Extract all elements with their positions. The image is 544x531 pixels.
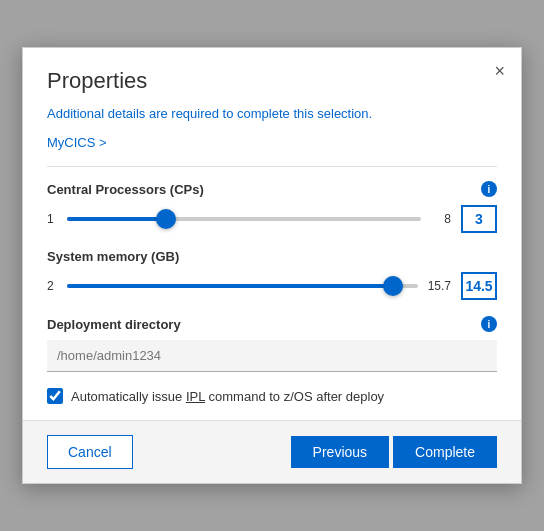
memory-slider-min: 2	[47, 279, 57, 293]
directory-info-icon[interactable]: i	[481, 316, 497, 332]
cpu-slider-wrapper[interactable]	[67, 209, 421, 229]
dialog-header: Properties × Additional details are requ…	[23, 48, 521, 121]
cpu-info-icon[interactable]: i	[481, 181, 497, 197]
cpu-slider-fill	[67, 217, 166, 221]
cpu-slider-value: 3	[461, 205, 497, 233]
dialog-footer: Cancel Previous Complete	[23, 420, 521, 483]
memory-field-label: System memory (GB)	[47, 249, 497, 264]
previous-button[interactable]: Previous	[291, 436, 389, 468]
close-button[interactable]: ×	[494, 62, 505, 80]
memory-slider-max: 15.7	[428, 279, 451, 293]
directory-label-text: Deployment directory	[47, 317, 181, 332]
memory-slider-wrapper[interactable]	[67, 276, 418, 296]
dialog-body: MyCICS > Central Processors (CPs) i 1	[23, 135, 521, 420]
cancel-button[interactable]: Cancel	[47, 435, 133, 469]
dialog-overlay: Properties × Additional details are requ…	[0, 0, 544, 531]
memory-label-text: System memory (GB)	[47, 249, 179, 264]
memory-field-section: System memory (GB) 2 15.7 14.5	[47, 249, 497, 300]
ipl-checkbox-row: Automatically issue IPL command to z/OS …	[47, 388, 497, 404]
complete-button[interactable]: Complete	[393, 436, 497, 468]
cpu-slider-min: 1	[47, 212, 57, 226]
cpu-field-label: Central Processors (CPs) i	[47, 181, 497, 197]
properties-dialog: Properties × Additional details are requ…	[22, 47, 522, 484]
breadcrumb[interactable]: MyCICS >	[47, 135, 497, 150]
memory-slider-thumb[interactable]	[383, 276, 403, 296]
cpu-slider-thumb[interactable]	[156, 209, 176, 229]
cpu-slider-track	[67, 217, 421, 221]
dialog-subtitle: Additional details are required to compl…	[47, 106, 497, 121]
directory-field-label: Deployment directory i	[47, 316, 497, 332]
memory-slider-value: 14.5	[461, 272, 497, 300]
ipl-checkbox-label: Automatically issue IPL command to z/OS …	[71, 389, 384, 404]
memory-slider-track	[67, 284, 418, 288]
directory-input[interactable]	[47, 340, 497, 372]
cpu-field-section: Central Processors (CPs) i 1 8 3	[47, 181, 497, 233]
memory-slider-row: 2 15.7 14.5	[47, 272, 497, 300]
footer-btn-group: Previous Complete	[291, 436, 497, 468]
directory-field-section: Deployment directory i	[47, 316, 497, 372]
cpu-slider-max: 8	[431, 212, 451, 226]
divider-top	[47, 166, 497, 167]
ipl-checkbox[interactable]	[47, 388, 63, 404]
dialog-title: Properties	[47, 68, 497, 94]
cpu-label-text: Central Processors (CPs)	[47, 182, 204, 197]
cpu-slider-row: 1 8 3	[47, 205, 497, 233]
memory-slider-fill	[67, 284, 393, 288]
